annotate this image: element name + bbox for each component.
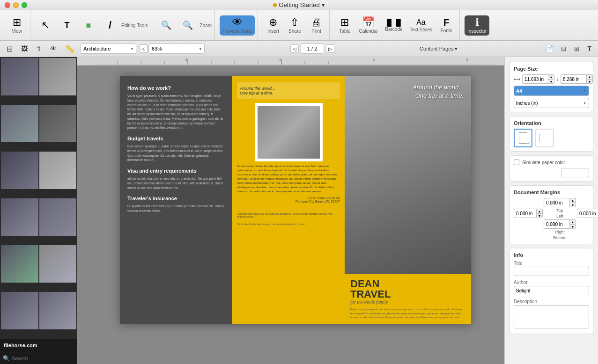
bottom-margin-down[interactable]: ▼ (569, 224, 576, 229)
calendar-icon: 📅 (362, 17, 375, 28)
paper-color-picker[interactable] (561, 168, 589, 177)
image-icon-button[interactable]: 🖼 (18, 44, 30, 54)
doc-left-panel: How do we work? Vix et agam praesent, id… (120, 76, 232, 324)
sidebar-thumb-3[interactable] (1, 105, 38, 142)
eye2-icon-button[interactable]: 👁 (47, 44, 59, 54)
sidebar-toggle-button[interactable]: ⊟ (4, 43, 15, 55)
fonts-button[interactable]: F Fonts (436, 16, 457, 35)
content-pages-button[interactable]: Content Pages ▾ (420, 46, 458, 52)
sidebar-thumb-5[interactable] (1, 152, 38, 189)
inspector-button[interactable]: ℹ Inspector (465, 15, 489, 36)
sidebar-thumb-9[interactable] (1, 245, 38, 283)
left-margin-down[interactable]: ▼ (536, 213, 543, 218)
text-icon-button2[interactable]: T (584, 44, 594, 54)
simulate-paper-checkbox[interactable] (514, 160, 519, 165)
table-button[interactable]: ⊞ Table (334, 15, 355, 36)
page-number-input[interactable] (301, 44, 324, 54)
line-button[interactable]: / (100, 18, 120, 32)
doc-heading-1: How do we work? Vix et agam praesent, id… (127, 85, 225, 130)
grid-icon-button[interactable]: ⊞ (571, 44, 583, 54)
document-page: How do we work? Vix et agam praesent, id… (120, 76, 471, 324)
barcode-button[interactable]: ▐▌▐▌ Barcode (382, 17, 406, 34)
sidebar-thumb-11[interactable] (1, 292, 38, 329)
print-button[interactable]: 🖨 Print (306, 15, 326, 36)
zoom-out-button[interactable]: 🔍 (156, 19, 177, 31)
left-margin-input-wrapper: ▲ ▼ (514, 209, 543, 218)
ruler-button[interactable]: 📏 (62, 43, 77, 55)
textstyles-button[interactable]: Aa Text Styles (407, 17, 435, 34)
window-controls (5, 2, 27, 8)
paper-size-select[interactable]: A4 (514, 86, 589, 96)
height-up-button[interactable]: ▲ (586, 74, 593, 79)
main-area: filehorse.com 🔍 2 (0, 57, 598, 364)
page-icon-button[interactable]: 📄 (543, 44, 556, 54)
shape-icon: ■ (86, 21, 91, 29)
unit-wrapper: Inches (in) (514, 98, 589, 108)
bottom-margin-input[interactable] (544, 219, 569, 229)
top-margin-down[interactable]: ▼ (569, 203, 576, 207)
sidebar-thumb-4[interactable] (39, 105, 77, 142)
width-down-button[interactable]: ▼ (548, 79, 554, 84)
main-toolbar: ⊞ View ↖ T ■ / Editing Tools 🔍 🔍 Zoom 👁 (0, 10, 598, 41)
canvas-area[interactable]: 2 4 6 8 10 How do we work? Vix et agam p… (77, 57, 504, 364)
search-input[interactable] (12, 356, 76, 361)
text-button[interactable]: T (57, 19, 77, 31)
height-down-button[interactable]: ▼ (586, 79, 593, 84)
bottom-margin-wrapper: ▲ ▼ Right Bottom (544, 219, 576, 240)
sidebar-thumb-7[interactable] (1, 198, 38, 236)
height-input[interactable] (561, 74, 586, 84)
sidebar-thumb-12[interactable] (39, 292, 77, 329)
zoom-in-button[interactable]: 🔍 (177, 19, 198, 31)
cursor-button[interactable]: ↖ (35, 18, 56, 32)
bottom-margin-up[interactable]: ▲ (569, 219, 576, 224)
right-margin-input[interactable] (577, 209, 598, 218)
sidebar-thumb-10[interactable] (39, 245, 77, 283)
width-input[interactable] (522, 74, 548, 84)
share-button[interactable]: ⇧ Share (284, 15, 305, 36)
shape-button[interactable]: ■ (78, 19, 99, 31)
fonts-icon: F (443, 18, 449, 27)
insert-button[interactable]: ⊕ Insert (263, 15, 283, 36)
width-up-button[interactable]: ▲ (548, 74, 554, 79)
top-margin-up[interactable]: ▲ (569, 198, 576, 203)
unit-select[interactable]: Inches (in) (514, 98, 589, 108)
left-margin-up[interactable]: ▲ (536, 209, 543, 213)
orientation-section: Orientation ✓ (509, 116, 593, 152)
top-margin-input[interactable] (544, 198, 569, 207)
next-page-button[interactable]: ▷ (326, 44, 334, 53)
height-spinner: ▲ ▼ (586, 74, 593, 84)
description-textarea[interactable] (514, 305, 589, 328)
portrait-button[interactable]: ✓ (514, 129, 532, 147)
title-input[interactable] (514, 267, 589, 276)
margins-grid: ▲ ▼ ▲ ▼ T (514, 198, 589, 240)
landscape-button[interactable] (535, 129, 554, 147)
svg-text:2: 2 (185, 58, 187, 61)
doc-heading-2: Budget travels Eum veniam quaeque id, lu… (127, 136, 225, 162)
zoom-dropdown[interactable]: 63% (148, 44, 205, 54)
author-input[interactable] (514, 286, 589, 295)
content-pages-area: Content Pages ▾ (420, 46, 458, 52)
sidebar-thumb-6[interactable] (39, 152, 77, 189)
prev-page-button[interactable]: ◁ (290, 44, 299, 53)
view-button[interactable]: ⊞ View (7, 15, 27, 36)
maximize-button[interactable] (22, 2, 27, 8)
zoom-prev-button[interactable]: ◁ (139, 44, 148, 53)
sidebar-thumb-1[interactable] (1, 58, 38, 95)
share2-icon-button[interactable]: ⇧ (33, 44, 44, 54)
layout-icon-button[interactable]: ⊟ (558, 44, 569, 54)
preview-mode-button[interactable]: 👁 Preview Mode (220, 15, 255, 36)
window-title: Getting Started ▾ (273, 1, 325, 8)
architecture-dropdown[interactable]: Architecture (80, 44, 136, 54)
cursor-icon: ↖ (41, 20, 50, 30)
minimize-button[interactable] (13, 2, 19, 8)
sidebar-thumb-8[interactable] (39, 198, 77, 236)
close-button[interactable] (5, 2, 10, 8)
toolbar-group-actions: ⊕ Insert ⇧ Share 🖨 Print (260, 10, 330, 40)
paper-color-swatch (514, 168, 589, 177)
doc-brand-sub: for the whole family (350, 299, 465, 305)
left-margin-input[interactable] (514, 209, 536, 218)
title-field-row: Title (514, 261, 589, 278)
sidebar-thumb-2[interactable] (39, 58, 77, 95)
calendar-button[interactable]: 📅 Calendar (356, 15, 381, 36)
bottom-margin-input-wrapper: ▲ ▼ (544, 219, 576, 229)
